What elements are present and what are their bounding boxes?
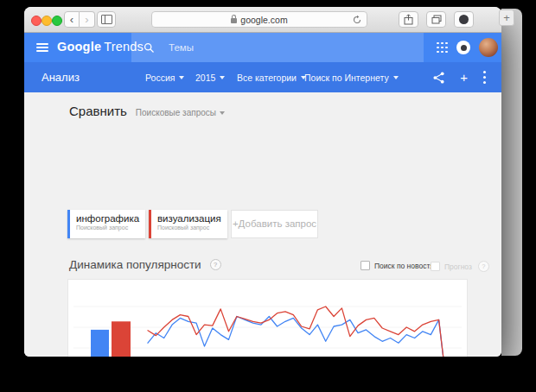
- query-card-vizualizaciya[interactable]: визуализация Поисковый запрос: [149, 210, 227, 238]
- series-color-bar: [149, 210, 151, 238]
- topics-search-box[interactable]: [131, 33, 424, 62]
- minimize-button[interactable]: [41, 16, 52, 26]
- analysis-navbar: Анализ Россия 2015 Все категории Поиск п…: [24, 62, 501, 92]
- add-query-button[interactable]: +Добавить запрос: [231, 210, 318, 238]
- forecast-help-icon[interactable]: ?: [478, 261, 489, 272]
- new-tab-button[interactable]: +: [499, 9, 514, 26]
- share-trend-icon[interactable]: [433, 72, 444, 84]
- news-search-checkbox-group[interactable]: Поиск по новостям: [361, 261, 439, 270]
- page-title: Анализ: [41, 71, 80, 84]
- news-search-checkbox[interactable]: [361, 261, 370, 270]
- avatar[interactable]: [479, 38, 498, 57]
- series-color-bar: [67, 210, 70, 238]
- trend-section-title: Динамика популярности: [69, 258, 201, 271]
- forward-button[interactable]: ›: [80, 11, 95, 28]
- google-trends-logo[interactable]: GoogleTrends: [57, 40, 144, 54]
- extension-button[interactable]: [454, 11, 474, 28]
- chevron-down-icon: [179, 76, 184, 79]
- menu-button[interactable]: [36, 43, 48, 52]
- compare-heading: Сравнить: [69, 104, 127, 118]
- back-button[interactable]: ‹: [64, 11, 80, 28]
- address-bar[interactable]: google.com: [151, 11, 367, 28]
- lock-icon: [231, 18, 237, 23]
- close-button[interactable]: [31, 16, 41, 26]
- help-icon[interactable]: ?: [210, 259, 221, 270]
- extension-icon: [459, 15, 469, 24]
- search-icon: [144, 42, 155, 54]
- sidebar-icon: [101, 15, 112, 24]
- filter-search-type[interactable]: Поиск по Интернету: [304, 73, 399, 83]
- chevron-down-icon: [220, 76, 225, 79]
- notifications-icon[interactable]: [456, 41, 470, 54]
- sidebar-button[interactable]: [97, 11, 116, 28]
- filter-region[interactable]: Россия: [145, 73, 184, 83]
- page-content: Сравнить Поисковые запросы инфографика П…: [24, 92, 501, 357]
- trend-chart: В среднемфевр. 2015март 2015апр. 2015май…: [68, 280, 467, 357]
- filter-year[interactable]: 2015: [195, 73, 225, 83]
- share-icon: [404, 14, 413, 25]
- filter-category[interactable]: Все категории: [237, 73, 306, 83]
- reload-icon[interactable]: [352, 15, 362, 25]
- search-input[interactable]: [167, 41, 395, 54]
- tabs-icon: [431, 15, 442, 24]
- query-type-selector[interactable]: Поисковые запросы: [136, 108, 225, 117]
- tab-overview-button[interactable]: [426, 11, 446, 28]
- google-trends-header: GoogleTrends: [24, 33, 501, 62]
- background-window-edge: [501, 9, 522, 356]
- add-comparison-icon[interactable]: +: [460, 71, 468, 84]
- chevron-down-icon: [393, 76, 399, 79]
- forecast-checkbox-group[interactable]: Прогноз ?: [431, 261, 489, 272]
- zoom-button[interactable]: [52, 16, 62, 26]
- url-text: google.com: [240, 15, 287, 25]
- google-apps-icon[interactable]: [437, 42, 448, 54]
- chevron-down-icon: [220, 111, 225, 115]
- browser-toolbar: ‹ › google.com: [24, 7, 501, 33]
- forecast-checkbox[interactable]: [431, 262, 440, 271]
- screenshot-stage: + ‹ › google.com: [0, 0, 536, 392]
- browser-window: ‹ › google.com: [24, 7, 501, 357]
- query-card-infografika[interactable]: инфографика Поисковый запрос: [67, 210, 145, 238]
- more-options-icon[interactable]: [483, 71, 486, 84]
- trend-chart-card: В среднемфевр. 2015март 2015апр. 2015май…: [67, 279, 468, 357]
- share-button[interactable]: [399, 11, 418, 28]
